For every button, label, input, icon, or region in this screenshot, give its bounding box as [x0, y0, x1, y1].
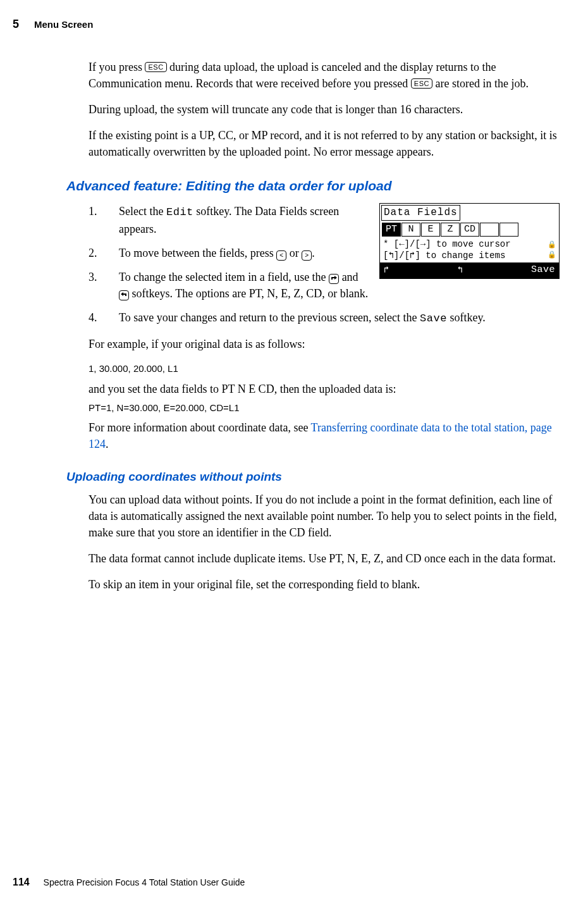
left-arrow-key-icon: < [276, 250, 286, 261]
paragraph-example-mid: and you set the data fields to PT N E CD… [89, 381, 560, 397]
esc-key-icon: ESC [145, 62, 166, 72]
cycle-forward-icon [329, 274, 339, 284]
section-heading-advanced: Advanced feature: Editing the data order… [66, 176, 560, 195]
paragraph-skip: To skip an item in your original file, s… [89, 576, 560, 593]
step-3: 3. To change the selected item in a fiel… [119, 269, 560, 302]
code-uploaded-data: PT=1, N=30.000, E=20.000, CD=L1 [89, 401, 560, 415]
esc-key-icon: ESC [411, 78, 432, 89]
page-header: 5 Menu Screen [13, 16, 560, 32]
paragraph-example-intro: For example, if your original data is as… [89, 336, 560, 352]
subsection-heading-upload-without-points: Uploading coordinates without points [66, 468, 560, 486]
paragraph-xref: For more information about coordinate da… [89, 419, 560, 452]
step-2: 2. To move between the fields, press < o… [119, 245, 560, 261]
chapter-title: Menu Screen [34, 18, 93, 32]
paragraph-no-points: You can upload data without points. If y… [89, 491, 560, 541]
body-content: If you press ESC during data upload, the… [89, 59, 560, 593]
cycle-back-icon [119, 290, 129, 300]
paragraph-truncate: During upload, the system will truncate … [89, 101, 560, 118]
save-softkey-label: Save [420, 312, 447, 324]
paragraph-no-dup: The data format cannot include duplicate… [89, 550, 560, 567]
book-title: Spectra Precision Focus 4 Total Station … [44, 877, 245, 887]
edit-softkey-label: Edit [166, 206, 193, 218]
right-arrow-key-icon: > [302, 250, 312, 261]
page-number: 114 [13, 877, 30, 887]
chapter-number: 5 [13, 16, 19, 32]
step-4: 4. To save your changes and return to th… [119, 309, 560, 327]
paragraph-esc-cancel: If you press ESC during data upload, the… [89, 59, 560, 92]
code-original-data: 1, 30.000, 20.000, L1 [89, 362, 560, 376]
paragraph-overwrite: If the existing point is a UP, CC, or MP… [89, 127, 560, 160]
page-footer: 114 Spectra Precision Focus 4 Total Stat… [13, 875, 245, 889]
step-1: 1. Select the Edit softkey. The Data Fie… [119, 203, 560, 237]
